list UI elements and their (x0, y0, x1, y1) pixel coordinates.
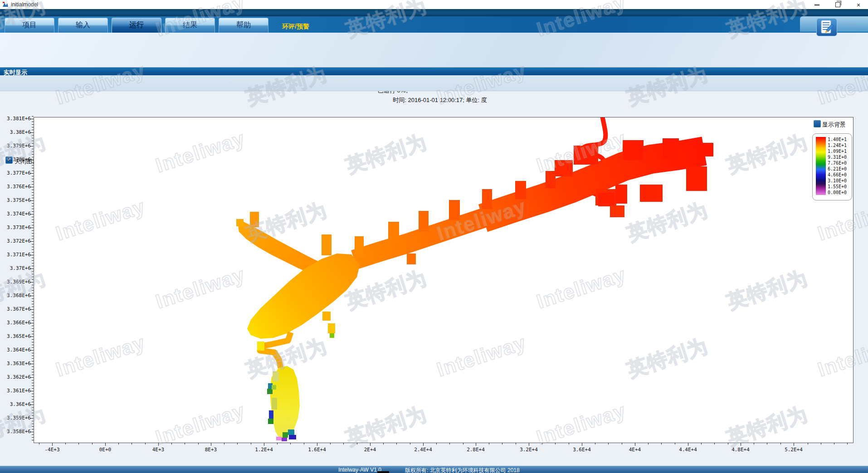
y-major-tick (30, 432, 34, 432)
app-icon (2, 1, 9, 8)
x-tick-label: 1.2E+4 (248, 447, 280, 453)
x-tick-label: 1.6E+4 (301, 447, 333, 453)
taskbar-peek (377, 471, 389, 473)
y-tick-label: 3.374E+6 (0, 211, 31, 217)
y-major-tick (30, 282, 34, 283)
legend-value: 0.00E+0 (828, 190, 852, 195)
y-major-tick (30, 377, 34, 378)
legend-value: 7.76E+0 (828, 160, 852, 166)
x-tick-label: 4.4E+4 (672, 447, 704, 453)
y-major-tick (30, 391, 34, 391)
y-tick-label: 3.368E+6 (0, 293, 31, 299)
x-tick-label: 4E+3 (142, 447, 174, 453)
x-tick-label: 3.6E+4 (566, 447, 598, 453)
y-major-tick (30, 418, 34, 419)
y-tick-label: 3.365E+6 (0, 333, 31, 340)
legend-value: 1.24E+1 (828, 142, 852, 148)
legend-value: 1.40E+1 (828, 137, 852, 142)
y-tick-label: 3.369E+6 (0, 279, 31, 285)
document-pencil-icon (817, 19, 836, 35)
legend-value: 6.21E+0 (828, 166, 852, 172)
y-major-tick (30, 268, 34, 269)
title-bar: initialmodel × (0, 0, 868, 10)
y-major-tick (30, 146, 34, 146)
run-toolbar: 运行模型 已运行 0%。 暂停运行 终止运行 错误信息 (0, 33, 868, 68)
y-tick-label: 3.375E+6 (0, 197, 31, 204)
y-tick-label: 3.367E+6 (0, 306, 31, 312)
y-major-tick (30, 336, 34, 337)
y-tick-label: 3.376E+6 (0, 184, 31, 190)
y-major-tick (30, 350, 34, 351)
y-tick-label: 3.373E+6 (0, 224, 31, 231)
y-major-tick (30, 255, 34, 255)
tab-输入[interactable]: 输入 (58, 18, 108, 33)
y-tick-label: 3.381E+6 (0, 116, 31, 122)
legend-value: 1.55E+0 (828, 184, 852, 190)
y-minor-tick (32, 116, 34, 117)
y-major-tick (30, 241, 34, 242)
x-tick-label: 2E+4 (354, 447, 386, 453)
close-button[interactable]: × (852, 1, 865, 8)
x-tick-label: 5.2E+4 (778, 447, 809, 453)
x-tick-label: 2.4E+4 (407, 447, 439, 453)
y-tick-label: 3.37E+6 (0, 265, 31, 272)
tab-bar: 项目输入运行结果帮助 (0, 16, 868, 33)
y-tick-label: 3.36E+6 (0, 401, 31, 408)
y-major-tick (30, 364, 34, 364)
y-tick-label: 3.366E+6 (0, 320, 31, 326)
y-major-tick (30, 309, 34, 310)
legend-value: 3.10E+0 (828, 178, 852, 184)
y-major-tick (30, 228, 34, 228)
y-tick-label: 3.372E+6 (0, 238, 31, 244)
y-tick-label: 3.377E+6 (0, 170, 31, 176)
legend-value: 4.66E+0 (828, 172, 852, 178)
tab-帮助[interactable]: 帮助 (219, 18, 268, 33)
tab-运行[interactable]: 运行 (112, 18, 161, 33)
x-tick-label: -4E+3 (36, 447, 68, 453)
plot-time-label: 时间: 2016-01-01 12:00:17; 单位: 度 (345, 96, 535, 104)
plot-area (34, 117, 853, 443)
y-major-tick (30, 187, 34, 187)
x-tick-label: 8E+3 (195, 447, 227, 453)
y-tick-label: 3.38E+6 (0, 129, 31, 136)
tab-结果[interactable]: 结果 (165, 18, 215, 33)
edit-icon-button[interactable] (816, 18, 837, 36)
window-title: initialmodel (11, 1, 38, 8)
x-tick-label: 4E+4 (619, 447, 651, 453)
show-background-checkbox[interactable] (814, 120, 821, 127)
y-major-tick (30, 173, 34, 174)
y-tick-label: 3.361E+6 (0, 388, 31, 394)
y-major-tick (30, 200, 34, 201)
y-tick-label: 3.371E+6 (0, 252, 31, 258)
top-nav-strip (0, 9, 868, 16)
restore-button[interactable] (831, 1, 844, 8)
y-major-tick (30, 296, 34, 296)
status-bar: Intelway-AW V1.0 版权所有: 北京英特利为环境科技有限公司 20… (0, 466, 868, 473)
y-major-tick (30, 214, 34, 215)
y-tick-label: 3.358E+6 (0, 429, 31, 435)
y-major-tick (30, 119, 34, 119)
legend-value: 1.09E+1 (828, 148, 852, 154)
y-major-tick (30, 405, 34, 405)
realtime-display-header: 实时显示 (0, 67, 868, 76)
river-heatmap (34, 117, 853, 443)
copyright: 版权所有: 北京英特利为环境科技有限公司 2018 (405, 467, 520, 473)
y-tick-label: 3.359E+6 (0, 415, 31, 421)
x-tick-label: 3.2E+4 (513, 447, 545, 453)
close-graph-checkbox[interactable]: ✓ (5, 156, 13, 164)
y-tick-label: 3.362E+6 (0, 374, 31, 380)
app-version: Intelway-AW V1.0 (338, 467, 381, 473)
realtime-controls: ✓ 关闭图形显示 指标 水温 ▾ 水层 1 ▾ 输出间隔(小时) 自定义图谱 显… (0, 75, 868, 91)
y-major-tick (30, 132, 34, 133)
tab-env-warning[interactable]: 环评/预警 (282, 23, 309, 31)
tab-项目[interactable]: 项目 (5, 18, 54, 33)
minimize-button[interactable] (810, 1, 824, 8)
show-background-label: 显示背景 (822, 121, 846, 129)
legend-value: 9.31E+0 (828, 154, 852, 160)
x-tick-label: 2.8E+4 (460, 447, 492, 453)
y-tick-label: 3.379E+6 (0, 143, 31, 149)
y-tick-label: 3.364E+6 (0, 347, 31, 353)
y-major-tick (30, 323, 34, 323)
legend-colorbar (816, 137, 826, 195)
x-tick-label: 4.8E+4 (725, 447, 756, 453)
